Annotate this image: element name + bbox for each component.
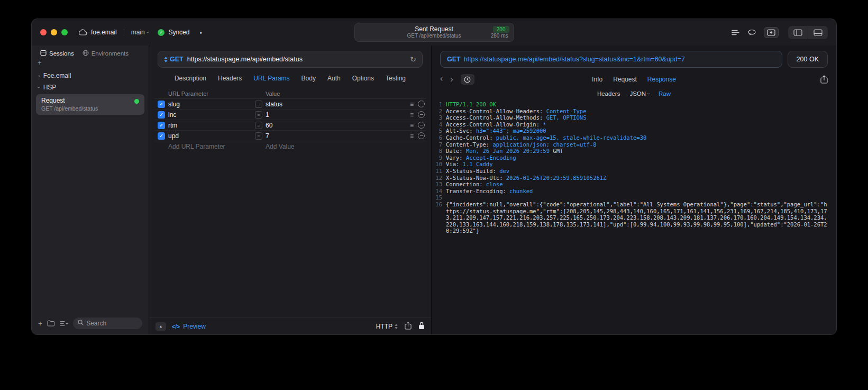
param-value[interactable]: 1 [266,111,269,119]
tab-testing[interactable]: Testing [386,75,406,82]
code-line: 9Vary: Accept-Encoding [432,155,836,161]
subtab-json[interactable]: JSON › [629,90,649,97]
param-value[interactable]: 7 [266,132,269,140]
expand-panel-button[interactable]: ▲ [156,322,166,331]
share-icon[interactable] [405,322,412,331]
remove-row-icon[interactable] [418,101,425,107]
history-clock-icon[interactable] [461,74,474,85]
method-selector[interactable]: GET [164,56,184,63]
remove-row-icon[interactable] [418,122,425,129]
tree-item-request-selected[interactable]: Request GET /api/embed/status [36,94,144,115]
param-value-cell[interactable]: = 1 [253,111,401,119]
request-tabs: Description Headers URL Params Body Auth… [149,75,431,82]
back-icon[interactable]: › [440,75,443,84]
remove-row-icon[interactable] [418,111,425,118]
import-response-icon[interactable] [764,27,779,38]
request-subtitle: GET /api/embed/status [41,105,139,112]
tab-response[interactable]: Response [647,76,676,83]
response-code[interactable]: 1HTTP/1.1 200 OK2Access-Control-Allow-He… [432,101,836,334]
minimize-window-button[interactable] [51,29,57,35]
param-checkbox[interactable]: ✓ [158,132,165,140]
lasso-icon[interactable] [747,29,756,36]
preview-label: Preview [183,323,206,330]
tab-description[interactable]: Description [175,75,206,82]
row-menu-icon[interactable]: ≡ [410,132,414,140]
chevron-right-icon[interactable]: › [38,72,40,79]
code-text: Access-Control-Allow-Methods: GET, OPTIO… [446,114,836,121]
param-checkbox[interactable]: ✓ [158,101,165,108]
tab-body[interactable]: Body [301,75,316,82]
chevron-down-icon[interactable]: › [36,86,42,88]
bottom-panel-toggle-icon[interactable] [808,26,828,39]
resend-icon[interactable]: ↻ [410,55,416,64]
param-name[interactable]: upd [168,132,253,140]
tab-url-params[interactable]: URL Params [253,75,289,82]
tree-item-foe-email[interactable]: › Foe.email [32,70,149,81]
line-number: 8 [432,148,446,155]
col-url-parameter: URL Parameter [168,90,253,97]
sidebar-add-controls: + [32,58,149,66]
response-top-row: GET https://statuspage.me/api/embed/stat… [440,51,828,68]
tab-auth[interactable]: Auth [327,75,341,82]
request-lines-icon[interactable] [731,29,740,36]
app-window: foe.email main › ✓ Synced ● Sent Request… [31,19,837,335]
activity-display[interactable]: Sent Request GET /api/embed/status 200 2… [354,23,514,42]
tab-info[interactable]: Info [592,76,602,83]
protocol-label: HTTP [376,323,392,330]
tab-headers[interactable]: Headers [218,75,242,82]
tree-item-hsp[interactable]: › HSP [32,81,149,93]
request-url-bar[interactable]: GET https://statuspage.me/api/embed/stat… [158,51,423,68]
forward-icon[interactable]: › [450,75,453,84]
row-menu-icon[interactable]: ≡ [410,111,414,119]
param-value[interactable]: 60 [266,122,272,129]
param-name[interactable]: rtm [168,122,253,129]
tab-options[interactable]: Options [352,75,374,82]
search-placeholder: Search [86,320,106,327]
search-input[interactable]: Search [73,318,142,329]
param-value-cell[interactable]: = status [253,101,401,108]
remove-row-icon[interactable] [418,132,425,139]
request-url[interactable]: https://statuspage.me/api/embed/status [187,56,303,63]
tab-request[interactable]: Request [613,76,637,83]
line-number: 14 [432,188,446,195]
add-session-button[interactable]: + [38,59,42,67]
param-name[interactable]: inc [168,111,253,119]
add-url-parameter[interactable]: Add URL Parameter [168,143,253,150]
code-text: HTTP/1.1 200 OK [446,101,836,108]
row-menu-icon[interactable]: ≡ [410,122,414,129]
param-value-cell[interactable]: = 60 [253,122,401,129]
add-request-button[interactable]: + [38,319,42,328]
add-folder-icon[interactable] [47,320,55,326]
sidebar-toggle-icon[interactable] [788,26,808,39]
subtab-raw[interactable]: Raw [659,90,671,97]
tab-sessions[interactable]: Sessions [40,50,74,57]
param-name[interactable]: slug [168,101,253,108]
code-line: 2Access-Control-Allow-Headers: Content-T… [432,108,836,115]
lock-icon[interactable] [418,322,425,331]
add-value[interactable]: Add Value [253,143,401,150]
search-icon [78,320,84,327]
close-window-button[interactable] [40,29,47,35]
protocol-selector[interactable]: HTTP [376,323,398,330]
export-response-icon[interactable] [820,75,828,84]
sort-list-icon[interactable] [60,321,68,326]
zoom-window-button[interactable] [61,29,68,35]
param-value-cell[interactable]: = 7 [253,132,401,140]
equals-icon: = [255,101,262,108]
param-value[interactable]: status [266,101,282,108]
subtab-headers[interactable]: Headers [597,90,620,97]
param-checkbox[interactable]: ✓ [158,111,165,119]
preview-button[interactable]: </> Preview [172,323,206,330]
row-menu-icon[interactable]: ≡ [410,101,414,108]
tab-environments[interactable]: Environments [83,50,129,57]
code-text: Date: Mon, 26 Jan 2026 20:29:59 GMT [446,148,836,155]
code-line: 10Via: 1.1 Caddy [432,161,836,168]
param-checkbox[interactable]: ✓ [158,122,165,129]
sync-status: Synced [168,29,189,36]
sent-request-url[interactable]: GET https://statuspage.me/api/embed/stat… [440,51,782,68]
duration-label: 280 ms [491,33,508,39]
method-label: GET [170,56,184,63]
branch-selector[interactable]: main › [131,29,149,36]
add-param-row[interactable]: Add URL Parameter Add Value [154,141,426,152]
project-name[interactable]: foe.email [91,29,117,36]
